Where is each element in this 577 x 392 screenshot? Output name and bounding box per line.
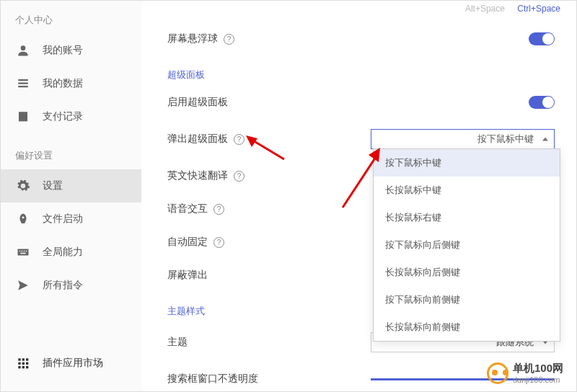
select-popup-trigger[interactable]: 按下鼠标中键 <box>371 129 555 149</box>
watermark: 单机100网 danji100.com <box>487 362 563 384</box>
sidebar: 个人中心 我的账号 我的数据 支付记录 偏好设置 设置 文件启动 全局能力 所有… <box>1 1 141 391</box>
sidebar-item-payment[interactable]: 支付记录 <box>1 100 141 133</box>
svg-rect-16 <box>18 366 20 368</box>
label-enable-super-panel: 启用超级面板 <box>167 96 228 109</box>
svg-rect-6 <box>22 251 23 252</box>
svg-rect-11 <box>22 358 25 360</box>
row-floating-ball: 屏幕悬浮球? <box>167 22 555 55</box>
sidebar-item-settings[interactable]: 设置 <box>1 169 141 202</box>
help-icon[interactable]: ? <box>213 204 224 215</box>
caret-up-icon <box>542 138 548 141</box>
sidebar-item-label: 文件启动 <box>43 213 83 226</box>
apps-icon <box>15 355 31 371</box>
select-value: 按下鼠标中键 <box>477 133 534 146</box>
sidebar-item-label: 插件应用市场 <box>43 357 103 370</box>
row-enable-super-panel: 启用超级面板 <box>167 86 555 119</box>
svg-rect-18 <box>26 366 28 368</box>
sidebar-section-preferences: 偏好设置 <box>1 149 141 162</box>
sidebar-item-label: 支付记录 <box>43 110 83 123</box>
svg-rect-15 <box>26 362 28 365</box>
label-auto-fix: 自动固定 <box>167 236 208 249</box>
sidebar-item-label: 所有指令 <box>43 279 83 292</box>
watermark-logo-icon <box>487 362 508 384</box>
label-popup-super-panel: 弹出超级面板 <box>167 133 228 146</box>
svg-rect-8 <box>26 251 27 252</box>
label-voice: 语音交互 <box>167 202 208 215</box>
label-theme: 主题 <box>167 336 188 349</box>
watermark-name: 单机100网 <box>513 362 563 375</box>
toggle-enable-super-panel[interactable] <box>529 96 555 109</box>
svg-rect-7 <box>24 251 25 252</box>
svg-rect-2 <box>18 83 28 84</box>
svg-rect-14 <box>22 362 25 365</box>
dropdown-option[interactable]: 按下鼠标向前侧键 <box>374 286 560 313</box>
sidebar-item-global[interactable]: 全局能力 <box>1 236 141 269</box>
svg-rect-3 <box>18 86 28 87</box>
sidebar-item-data[interactable]: 我的数据 <box>1 67 141 100</box>
dropdown-option[interactable]: 长按鼠标向后侧键 <box>374 259 560 286</box>
dropdown-option[interactable]: 长按鼠标右键 <box>374 204 560 231</box>
gear-icon <box>15 178 31 194</box>
send-icon <box>15 277 31 293</box>
svg-rect-17 <box>22 366 25 368</box>
dropdown-option[interactable]: 长按鼠标向前侧键 <box>374 313 560 341</box>
sidebar-item-all-commands[interactable]: 所有指令 <box>1 269 141 302</box>
help-icon[interactable]: ? <box>234 171 245 182</box>
sidebar-item-label: 全局能力 <box>43 246 83 259</box>
svg-rect-10 <box>18 358 20 360</box>
list-icon <box>15 76 31 92</box>
label-shield-popup: 屏蔽弹出 <box>167 269 208 282</box>
dropdown-option[interactable]: 长按鼠标中键 <box>374 177 560 204</box>
user-icon <box>15 43 31 58</box>
sidebar-item-label: 我的数据 <box>43 77 83 90</box>
svg-rect-1 <box>18 79 28 81</box>
rocket-icon <box>15 211 31 227</box>
watermark-url: danji100.com <box>513 375 563 384</box>
dropdown-option[interactable]: 按下鼠标中键 <box>374 149 560 177</box>
sidebar-section-personal: 个人中心 <box>1 14 141 27</box>
svg-rect-9 <box>20 253 26 254</box>
section-super-panel: 超级面板 <box>167 55 555 86</box>
receipt-icon <box>15 109 31 125</box>
sidebar-item-plugin-market[interactable]: 插件应用市场 <box>1 347 141 380</box>
label-opacity: 搜索框窗口不透明度 <box>167 373 258 386</box>
sidebar-item-label: 设置 <box>43 179 63 192</box>
keyboard-icon <box>15 244 31 260</box>
help-icon[interactable]: ? <box>234 134 245 145</box>
label-english-translate: 英文快速翻译 <box>167 169 228 182</box>
sidebar-item-file-launch[interactable]: 文件启动 <box>1 202 141 236</box>
sidebar-item-label: 我的账号 <box>43 44 83 57</box>
svg-rect-12 <box>26 358 28 360</box>
dropdown-popup-trigger: 按下鼠标中键 长按鼠标中键 长按鼠标右键 按下鼠标向后侧键 长按鼠标向后侧键 按… <box>373 148 560 342</box>
dropdown-option[interactable]: 按下鼠标向后侧键 <box>374 231 560 259</box>
toggle-floating-ball[interactable] <box>529 32 555 45</box>
help-icon[interactable]: ? <box>224 34 234 45</box>
label-floating-ball: 屏幕悬浮球 <box>167 32 218 45</box>
svg-rect-13 <box>18 362 20 365</box>
sidebar-item-account[interactable]: 我的账号 <box>1 34 141 67</box>
help-icon[interactable]: ? <box>213 237 224 248</box>
svg-rect-5 <box>19 251 21 252</box>
svg-point-0 <box>21 45 26 50</box>
svg-rect-4 <box>18 249 29 256</box>
